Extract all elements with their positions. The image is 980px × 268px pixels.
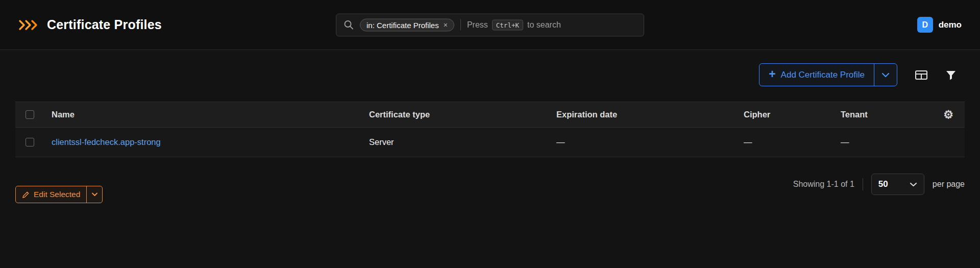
global-search-input[interactable]: in: Certificate Profiles × Press Ctrl+K … — [336, 13, 644, 36]
username: demo — [939, 20, 962, 30]
page-size-select[interactable]: 50 — [871, 174, 924, 195]
search-hint: Press Ctrl+K to search — [467, 19, 561, 30]
filter-icon[interactable] — [945, 69, 957, 81]
gear-icon[interactable]: ⚙ — [943, 109, 953, 120]
app-logo-icon[interactable] — [18, 19, 39, 31]
table-row: clientssl-fedcheck.app-strong Server — —… — [15, 128, 965, 157]
search-hint-suffix: to search — [527, 20, 561, 30]
search-hint-prefix: Press — [467, 20, 488, 30]
search-icon — [344, 20, 354, 30]
plus-icon: + — [769, 68, 775, 80]
pagination: Showing 1-1 of 1 50 per page — [793, 174, 965, 195]
search-scope-chip[interactable]: in: Certificate Profiles × — [360, 18, 454, 31]
shortcut-kbd: Ctrl+K — [492, 19, 523, 30]
cell-tenant: — — [833, 137, 932, 147]
column-header-expiration-date: Expiration date — [549, 110, 736, 119]
column-header-name: Name — [44, 110, 361, 119]
add-button-caret[interactable] — [874, 64, 897, 86]
certificate-profiles-table: Name Certificate type Expiration date Ci… — [15, 102, 965, 157]
edit-selected-button[interactable]: Edit Selected — [15, 186, 103, 203]
cell-certificate-type: Server — [361, 137, 549, 147]
pagination-divider — [863, 178, 863, 190]
select-all-checkbox[interactable] — [26, 110, 34, 119]
page-size-value: 50 — [878, 179, 888, 189]
app-header: Certificate Profiles in: Certificate Pro… — [0, 0, 980, 50]
footer: Edit Selected Showing 1-1 of 1 50 per pa… — [0, 157, 980, 203]
chip-close-icon[interactable]: × — [444, 21, 448, 29]
search-scope-label: in: Certificate Profiles — [366, 20, 439, 29]
edit-selected-main[interactable]: Edit Selected — [16, 186, 86, 203]
edit-button-caret[interactable] — [86, 186, 102, 203]
cell-cipher: — — [736, 137, 833, 147]
toolbar: + Add Certificate Profile — [0, 50, 980, 86]
column-header-certificate-type: Certificate type — [361, 110, 549, 119]
chevron-down-icon — [910, 182, 917, 187]
cell-expiration-date: — — [549, 137, 736, 147]
add-button-label: Add Certificate Profile — [781, 70, 865, 80]
add-certificate-profile-button[interactable]: + Add Certificate Profile — [759, 63, 897, 86]
avatar[interactable]: D — [917, 17, 933, 33]
column-header-cipher: Cipher — [736, 110, 833, 119]
page-title: Certificate Profiles — [47, 17, 162, 32]
add-certificate-profile-main[interactable]: + Add Certificate Profile — [760, 64, 874, 86]
showing-text: Showing 1-1 of 1 — [793, 180, 854, 189]
per-page-label: per page — [933, 180, 965, 189]
row-checkbox[interactable] — [26, 138, 34, 147]
column-header-tenant: Tenant — [833, 110, 932, 119]
pencil-icon — [22, 191, 30, 199]
edit-button-label: Edit Selected — [34, 190, 80, 199]
table-layout-icon[interactable] — [915, 69, 928, 81]
profile-name-link[interactable]: clientssl-fedcheck.app-strong — [52, 137, 161, 147]
table-header-row: Name Certificate type Expiration date Ci… — [15, 102, 965, 128]
search-divider — [460, 19, 461, 31]
user-menu[interactable]: D demo — [917, 17, 962, 33]
